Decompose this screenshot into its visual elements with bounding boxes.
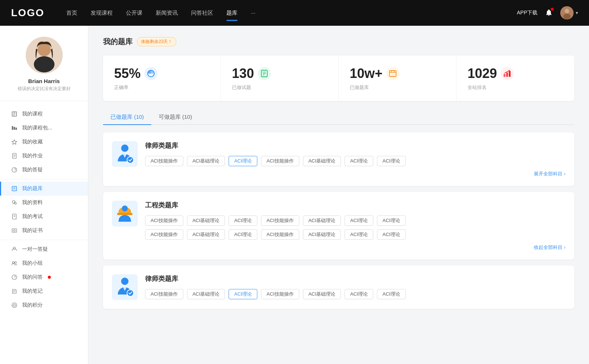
svg-point-2 [563, 14, 571, 19]
sidebar-item-my-exam[interactable]: 我的考试 [0, 210, 88, 224]
bank-card-lawyer-1-header: 律师类题库 ACI技能操作 ACI基础理论 ACI理论 ACI技能操作 ACI基… [112, 141, 565, 177]
svg-point-54 [127, 157, 134, 163]
sidebar-item-my-group[interactable]: 我的小组 [0, 256, 88, 270]
tag-lawyer2-7[interactable]: ACI理论 [377, 289, 406, 299]
bank-card-lawyer-2-title: 律师类题库 [145, 274, 565, 283]
tag-eng2-2[interactable]: ACI基础理论 [187, 229, 225, 240]
tag-lawyer1-3[interactable]: ACI理论 [229, 156, 257, 166]
tag-eng-1[interactable]: ACI技能操作 [145, 215, 183, 226]
sidebar-item-my-points[interactable]: 我的积分 [0, 298, 88, 312]
tag-lawyer2-3[interactable]: ACI理论 [229, 289, 257, 299]
sidebar-label-my-exam: 我的考试 [22, 213, 43, 220]
tag-eng2-4[interactable]: ACI技能操作 [261, 229, 299, 240]
sidebar-item-my-question[interactable]: ? 我的问答 [0, 270, 88, 284]
tag-eng2-7[interactable]: ACI理论 [377, 229, 406, 240]
app-download-button[interactable]: APP下载 [517, 10, 537, 16]
nav-qa[interactable]: 问答社区 [191, 8, 213, 18]
sidebar-item-my-courses[interactable]: 我的课程 [0, 107, 88, 121]
tag-eng-3[interactable]: ACI理论 [229, 215, 257, 226]
sidebar-item-one-on-one[interactable]: 一对一答疑 [0, 242, 88, 256]
tag-lawyer2-4[interactable]: ACI技能操作 [261, 289, 299, 299]
tag-lawyer2-2[interactable]: ACI基础理论 [187, 289, 225, 299]
nav-news[interactable]: 新闻资讯 [156, 8, 178, 18]
tag-eng-2[interactable]: ACI基础理论 [187, 215, 225, 226]
data-icon [11, 199, 18, 206]
stat-accuracy-label: 正确率 [114, 84, 209, 91]
sidebar: Brian Harris 错误的决定比没有决定要好 我的课程 我的课程包... [0, 26, 88, 364]
stat-site-rank-value: 1029 [468, 66, 497, 81]
notification-bell-icon[interactable] [545, 8, 553, 18]
svg-rect-50 [506, 72, 508, 77]
svg-point-1 [565, 9, 569, 13]
nav-home[interactable]: 首页 [66, 8, 77, 18]
notification-dot [48, 276, 51, 279]
user-avatar-button[interactable]: ▾ [560, 6, 578, 19]
sidebar-label-my-notes: 我的笔记 [22, 288, 43, 295]
sidebar-item-my-notes[interactable]: 我的笔记 [0, 284, 88, 298]
tag-eng-7[interactable]: ACI理论 [377, 215, 406, 226]
tag-eng2-1[interactable]: ACI技能操作 [145, 229, 183, 240]
collapse-engineer-link[interactable]: 收起全部科目 › [145, 244, 565, 251]
bank-card-engineer-tags-row2: ACI技能操作 ACI基础理论 ACI理论 ACI技能操作 ACI基础理论 AC… [145, 229, 565, 240]
tag-lawyer2-1[interactable]: ACI技能操作 [145, 289, 183, 299]
tag-lawyer1-4[interactable]: ACI技能操作 [261, 156, 299, 166]
bank-card-engineer-content: 工程类题库 ACI技能操作 ACI基础理论 ACI理论 ACI技能操作 ACI基… [145, 201, 565, 251]
sidebar-item-my-data[interactable]: 我的资料 [0, 196, 88, 210]
sidebar-item-question-bank[interactable]: 我的题库 [0, 182, 88, 196]
sidebar-divider-2 [0, 240, 88, 240]
tag-eng-6[interactable]: ACI理论 [345, 215, 373, 226]
nav-menu: 首页 发现课程 公开课 新闻资讯 问答社区 题库 ··· [66, 8, 517, 18]
tag-eng-4[interactable]: ACI技能操作 [261, 215, 299, 226]
tag-eng-5[interactable]: ACI基础理论 [303, 215, 341, 226]
sidebar-label-my-qa: 我的答疑 [22, 167, 43, 173]
sidebar-label-my-points: 我的积分 [22, 302, 43, 308]
expand-lawyer-1-link[interactable]: 展开全部科目 › [145, 171, 565, 177]
sidebar-item-course-package[interactable]: 我的课程包... [0, 121, 88, 135]
sidebar-label-my-cert: 我的证书 [22, 227, 43, 234]
sidebar-label-my-courses: 我的课程 [22, 111, 43, 117]
sidebar-item-my-qa[interactable]: ? 我的答疑 [0, 163, 88, 177]
svg-point-57 [121, 278, 128, 285]
svg-rect-55 [117, 213, 133, 215]
stat-done-questions: 130 已做试题 [221, 56, 339, 101]
avatar [560, 6, 574, 19]
navbar: LOGO 首页 发现课程 公开课 新闻资讯 问答社区 题库 ··· APP下载 … [0, 0, 589, 26]
bank-card-engineer-title: 工程类题库 [145, 201, 565, 210]
qa-icon: ? [11, 167, 18, 173]
tabs-row: 已做题库 (10) 可做题库 (10) [103, 110, 574, 125]
bank-card-lawyer-1-title: 律师类题库 [145, 141, 565, 150]
nav-open-course[interactable]: 公开课 [126, 8, 142, 18]
question-bank-icon [11, 185, 18, 192]
tag-lawyer1-7[interactable]: ACI理论 [377, 156, 406, 166]
points-icon [11, 302, 18, 308]
tag-lawyer1-2[interactable]: ACI基础理论 [187, 156, 225, 166]
tag-lawyer2-6[interactable]: ACI理论 [345, 289, 373, 299]
tag-lawyer1-6[interactable]: ACI理论 [345, 156, 373, 166]
svg-text:?: ? [14, 275, 16, 279]
nav-discover[interactable]: 发现课程 [91, 8, 113, 18]
svg-rect-12 [15, 128, 17, 130]
tag-lawyer2-5[interactable]: ACI基础理论 [303, 289, 341, 299]
tag-lawyer1-5[interactable]: ACI基础理论 [303, 156, 341, 166]
question-icon: ? [11, 274, 18, 281]
tag-lawyer1-1[interactable]: ACI技能操作 [145, 156, 183, 166]
sidebar-item-homework[interactable]: 我的作业 [0, 149, 88, 163]
avatar [26, 37, 63, 74]
tab-available-banks[interactable]: 可做题库 (10) [151, 110, 200, 125]
nav-more[interactable]: ··· [251, 8, 255, 18]
tag-eng2-6[interactable]: ACI理论 [345, 229, 373, 240]
tag-eng2-3[interactable]: ACI理论 [229, 229, 257, 240]
svg-rect-11 [14, 127, 15, 130]
stat-accuracy-row: 55% [114, 66, 209, 81]
star-icon [11, 139, 18, 145]
svg-rect-45 [389, 71, 396, 76]
sidebar-item-favorites[interactable]: 我的收藏 [0, 135, 88, 149]
svg-point-4 [38, 43, 51, 56]
nav-question-bank[interactable]: 题库 [226, 8, 237, 18]
lawyer-bank-icon-1 [112, 141, 138, 167]
sidebar-label-question-bank: 我的题库 [22, 185, 43, 192]
sidebar-item-my-cert[interactable]: 我的证书 [0, 224, 88, 238]
trial-badge: 体验剩余23天！ [137, 37, 176, 46]
tab-done-banks[interactable]: 已做题库 (10) [103, 110, 151, 125]
tag-eng2-5[interactable]: ACI基础理论 [303, 229, 341, 240]
